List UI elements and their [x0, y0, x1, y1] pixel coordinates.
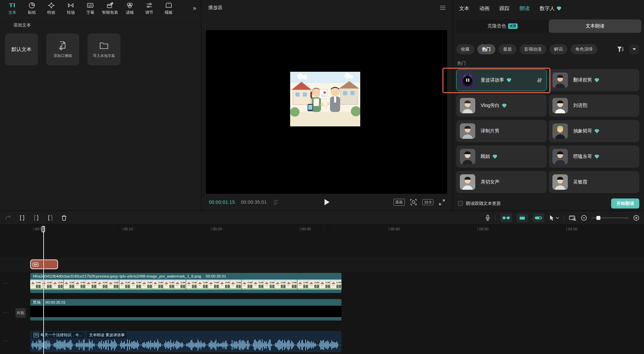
filter-chip-解说[interactable]: 解说 [549, 44, 568, 54]
filter-chip-角色演绎[interactable]: 角色演绎 [571, 44, 597, 54]
ruler-tick: 00:50 [479, 227, 489, 231]
sticker-lane [0, 257, 644, 272]
original-quality-button[interactable]: 原画 [393, 199, 405, 206]
filter-chip-热门[interactable]: 热门 [477, 44, 495, 54]
vip-diamond-icon [594, 129, 599, 133]
voice-item-抽象韬哥[interactable]: 抽象韬哥 [549, 120, 639, 142]
toolbar-item-adjust[interactable]: 调节 [140, 1, 159, 16]
tab-clone-voice[interactable]: 克隆音色 试用 [456, 19, 549, 33]
toolbar-item-text[interactable]: TI文本 [3, 1, 22, 16]
toolbar-expand-icon[interactable]: » [193, 5, 196, 12]
tracks-area: ··· ··· ··· 封面 Aa f45a3d0411fb4d0cbacf14… [0, 233, 644, 354]
pause-icon[interactable] [463, 76, 472, 84]
voice-item-Vlog旁白[interactable]: Vlog旁白 [456, 95, 547, 117]
voice-item-亲切女声[interactable]: 亲切女声 [456, 171, 547, 193]
voice-avatar [460, 149, 475, 164]
delete-icon[interactable] [61, 215, 67, 221]
audio-track-handle[interactable]: ··· [3, 338, 9, 344]
black-track-handle[interactable]: ··· [3, 310, 9, 316]
vip-diamond-icon [492, 155, 497, 159]
filter-chip-最新[interactable]: 最新 [498, 44, 517, 54]
vip-diamond-icon [502, 104, 507, 108]
filter-funnel-icon[interactable] [615, 44, 626, 54]
voice-avatar [552, 149, 568, 164]
zoom-in-icon[interactable] [633, 215, 639, 221]
time-ruler[interactable]: 00:0000:1000:2000:3000:4000:5001:00 [0, 226, 644, 233]
effects-icon [48, 2, 55, 9]
main-track-magnet-toggle[interactable] [500, 214, 512, 222]
link-clips-toggle[interactable] [533, 214, 544, 222]
fullscreen-icon[interactable] [439, 199, 445, 205]
aspect-ratio-button[interactable]: 16:9 [422, 199, 433, 205]
split-keep-right-icon[interactable] [47, 215, 54, 221]
vip-diamond-icon [556, 6, 561, 11]
play-button[interactable] [324, 199, 330, 205]
clip-list-icon[interactable] [273, 199, 279, 205]
toolbar-item-sticker[interactable]: 贴纸 [22, 1, 42, 16]
player-title: 播放器 [208, 5, 222, 11]
voice-item-翻译腔男[interactable]: 翻译腔男 [549, 69, 639, 91]
voice-grid: 曼波讲故事 翻译腔男 Vlog旁白 刘语熙 译制片男 抽象韬哥 顾姐 [456, 69, 641, 193]
split-keep-left-icon[interactable] [33, 215, 40, 221]
card-import-subtitles[interactable]: 导入本地字幕 [88, 34, 120, 65]
voice-avatar [552, 123, 568, 139]
filter-dropdown-icon[interactable] [629, 44, 639, 54]
auto-snap-toggle[interactable] [517, 214, 528, 222]
video-track-handle[interactable]: ··· [3, 280, 9, 286]
ruler-tick: 00:40 [390, 227, 400, 231]
tab-文本[interactable]: 文本 [459, 5, 469, 12]
tab-跟踪[interactable]: 跟踪 [499, 5, 509, 12]
voice-item-曼波讲故事[interactable]: 曼波讲故事 [456, 69, 547, 91]
player-menu-icon[interactable] [440, 5, 446, 10]
tab-朗读[interactable]: 朗读 [520, 5, 530, 12]
voice-item-刘语熙[interactable]: 刘语熙 [549, 95, 639, 117]
timeline-view-icon[interactable] [569, 215, 576, 221]
voice-settings-icon[interactable] [537, 77, 542, 83]
card-default-text[interactable]: 默认文本 [5, 34, 38, 65]
current-timecode: 00:00:01:15 [209, 199, 235, 205]
undo-icon[interactable] [5, 215, 11, 221]
toolbar-item-templates[interactable]: 模板 [159, 1, 178, 16]
tab-动画[interactable]: 动画 [479, 5, 489, 12]
voice-item-唠嗑东哥[interactable]: 唠嗑东哥 [549, 145, 639, 168]
audio-clip[interactable]: Aa 每天一个法律知识，今... 文本朗读 曼波讲故事 [30, 331, 341, 352]
video-clip-filename: f45a3d0411fb4d0cbacf140ce217b2fcpreview.… [33, 274, 201, 278]
trial-badge: 试用 [508, 23, 518, 29]
filter-chip-影视动漫[interactable]: 影视动漫 [520, 44, 546, 54]
add-text-section-title: 添加文本 [13, 22, 31, 28]
video-canvas[interactable] [206, 30, 447, 194]
toolbar-item-transitions[interactable]: 转场 [61, 1, 80, 16]
text-clip[interactable]: Aa [30, 259, 58, 269]
filter-chip-收藏[interactable]: 收藏 [456, 44, 474, 54]
zoom-out-icon[interactable] [581, 215, 587, 221]
voice-item-吴敏霞[interactable]: 吴敏霞 [549, 171, 639, 193]
preview-image [290, 72, 360, 126]
black-field-clip[interactable]: 黑场 00:00:35:01 [30, 299, 341, 320]
cover-button[interactable]: 封面 [15, 308, 26, 318]
tab-数字人[interactable]: 数字人 [540, 5, 561, 12]
split-icon[interactable] [19, 215, 25, 221]
video-clip-duration: 00:00:35:01 [206, 274, 226, 278]
toolbar-item-smartpack[interactable]: 智能包装 [100, 1, 120, 16]
follow-text-checkbox[interactable] [458, 201, 463, 206]
toolbar-item-filters[interactable]: 滤镜 [120, 1, 140, 16]
toolbar-item-effects[interactable]: 特效 [42, 1, 61, 16]
playhead[interactable] [43, 226, 44, 354]
timeline-zoom-slider[interactable] [592, 218, 629, 218]
voice-item-译制片男[interactable]: 译制片男 [456, 120, 547, 142]
video-editor-app: TI文本贴纸特效转场字幕智能包装滤镜调节模板 » 添加文本 默认文本添加口播稿导… [0, 0, 644, 354]
timeline-toolbar-right [485, 214, 639, 222]
playhead-handle[interactable] [42, 226, 45, 232]
voice-avatar [460, 123, 475, 139]
voice-item-顾姐[interactable]: 顾姐 [456, 145, 547, 168]
toolbar-item-captions[interactable]: 字幕 [80, 1, 100, 16]
tab-text-reading[interactable]: 文本朗读 [549, 19, 641, 33]
start-reading-button[interactable]: 开始朗读 [611, 198, 639, 209]
folder-icon [99, 41, 109, 51]
record-mic-icon[interactable] [485, 215, 491, 221]
cursor-mode-dropdown[interactable] [549, 215, 559, 221]
card-add-script[interactable]: 添加口播稿 [46, 34, 79, 65]
video-clip[interactable]: f45a3d0411fb4d0cbacf140ce217b2fcpreview.… [30, 273, 341, 293]
preview-zoom-icon[interactable] [410, 199, 417, 205]
transitions-icon [67, 2, 74, 9]
